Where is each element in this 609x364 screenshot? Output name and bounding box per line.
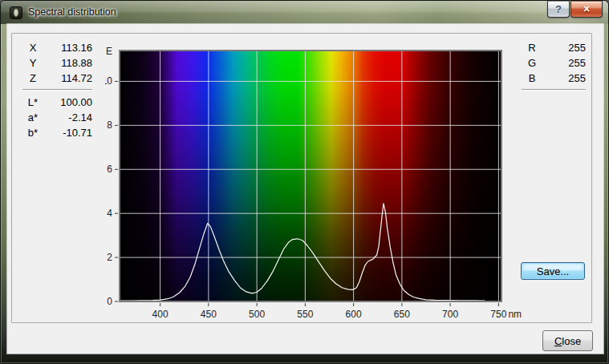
value-row-r: R 255 [522,40,586,55]
lstar-label: L* [22,96,43,108]
value-row-lstar: L* 100.00 [22,95,92,110]
r-value: 255 [542,42,586,54]
bstar-label: b* [22,127,43,139]
x-label: X [22,42,43,54]
value-row-bstar: b* -10.71 [22,125,92,140]
bstar-value: -10.71 [43,127,92,139]
help-icon: ? [555,3,562,15]
svg-text:0: 0 [107,296,112,307]
spectral-distribution-window: Spectral distribution ? ✕ X 113.16 Y 118… [0,0,609,364]
lstar-value: 100.00 [43,96,92,108]
svg-text:8: 8 [107,119,112,131]
value-row-z: Z 114.72 [22,71,92,86]
window-title: Spectral distribution [28,6,116,18]
svg-text:4: 4 [107,208,112,219]
svg-text:600: 600 [346,309,362,320]
titlebar[interactable]: Spectral distribution [1,1,608,24]
xyz-lab-divider [22,89,92,91]
x-unit-label: nm [508,309,522,320]
spectrum-shade [120,51,501,301]
value-row-b: B 255 [522,71,586,86]
svg-text:400: 400 [152,309,168,320]
b-value: 255 [542,72,586,84]
g-value: 255 [542,57,586,69]
rgb-divider [522,89,586,91]
window-close-button[interactable]: ✕ [570,1,603,18]
svg-text:10: 10 [105,75,112,87]
x-value: 113.16 [43,42,92,54]
value-row-y: Y 118.88 [22,55,92,71]
close-button[interactable]: Close [542,330,593,351]
svg-text:650: 650 [394,309,410,320]
g-label: G [522,57,542,69]
value-row-x: X 113.16 [22,40,92,55]
spectral-chart-svg: 400450500550600650700750nm0246810E [105,41,522,322]
value-row-astar: a* -2.14 [22,110,92,125]
close-x-icon: ✕ [583,4,590,14]
svg-text:700: 700 [442,309,458,320]
astar-label: a* [22,111,43,123]
rgb-panel: R 255 G 255 B 255 [522,40,586,95]
z-label: Z [22,72,43,84]
svg-text:450: 450 [201,309,217,320]
close-button-label: Close [543,335,592,347]
svg-text:6: 6 [107,164,112,175]
value-row-g: G 255 [522,55,586,71]
spectral-chart: 400450500550600650700750nm0246810E [105,41,522,322]
r-label: R [522,42,542,54]
svg-text:2: 2 [107,252,112,263]
svg-text:500: 500 [249,309,265,320]
save-button[interactable]: Save... [521,262,585,280]
app-icon [10,6,22,19]
b-label: B [522,72,542,84]
astar-value: -2.14 [43,111,92,123]
y-label: Y [22,57,43,69]
z-value: 114.72 [43,72,92,84]
svg-text:550: 550 [297,309,313,320]
y-axis-title: E [106,46,112,57]
svg-text:750: 750 [490,309,506,320]
xyz-lab-panel: X 113.16 Y 118.88 Z 114.72 L* 100.00 a* … [22,40,92,140]
help-button[interactable]: ? [547,1,570,18]
y-value: 118.88 [43,57,92,69]
